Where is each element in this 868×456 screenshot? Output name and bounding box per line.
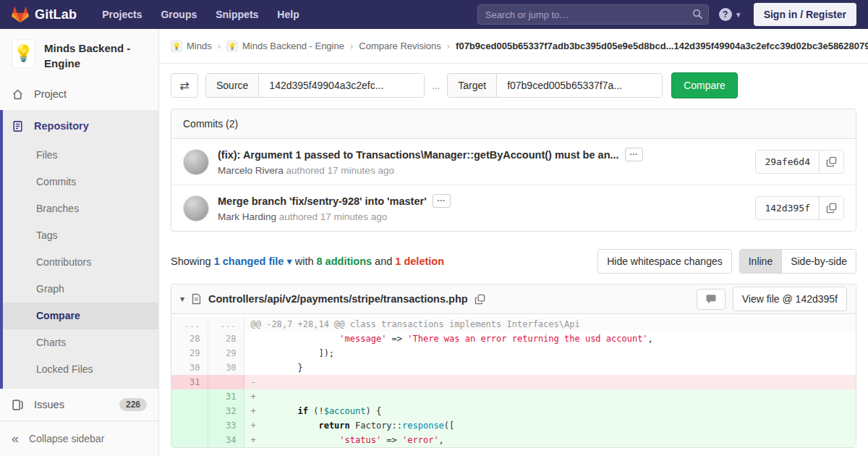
old-line-number[interactable]: ... — [171, 317, 208, 332]
target-group: Target f07b9ced005b65337f7a... — [447, 73, 663, 98]
view-file-button[interactable]: View file @ 142d395f — [733, 287, 847, 311]
copy-sha-button[interactable] — [819, 197, 843, 219]
logo-text: GitLab — [35, 7, 77, 22]
old-line-number[interactable] — [171, 389, 208, 404]
compare-button[interactable]: Compare — [671, 72, 738, 98]
commit-title[interactable]: (fix): Argument 1 passed to Transactions… — [218, 149, 619, 161]
copy-path-icon[interactable] — [475, 294, 485, 305]
file-icon — [191, 293, 202, 305]
commit-author-avatar[interactable] — [183, 195, 209, 221]
side-by-side-view-button[interactable]: Side-by-side — [781, 250, 856, 273]
nav-item-help[interactable]: Help — [269, 4, 307, 25]
commit-sha-group: 142d395f — [755, 196, 844, 220]
sidebar-item-branches[interactable]: Branches — [3, 195, 158, 222]
commit-author-avatar[interactable] — [183, 149, 209, 175]
diff-line-code: } — [244, 360, 856, 375]
comment-icon — [705, 294, 717, 305]
new-line-number[interactable]: 31 — [208, 389, 244, 404]
new-line-number[interactable]: 30 — [208, 360, 244, 375]
copy-sha-button[interactable] — [819, 151, 843, 173]
sidebar-item-graph[interactable]: Graph — [3, 276, 158, 303]
sidebar-item-issues[interactable]: Issues 226 — [0, 389, 158, 421]
issues-icon — [12, 399, 24, 411]
sidebar-item-contributors[interactable]: Contributors — [3, 249, 158, 276]
nav-item-projects[interactable]: Projects — [94, 4, 150, 25]
new-line-number[interactable]: 28 — [208, 332, 244, 346]
diff-file-header: ▾ Controllers/api/v2/payments/stripe/tra… — [171, 284, 856, 314]
new-line-number[interactable]: 33 — [208, 418, 244, 433]
search-input[interactable] — [477, 4, 709, 25]
diff-summary-row: Showing 1 changed file ▾ with 8 addition… — [171, 249, 856, 274]
target-revision-dropdown[interactable]: f07b9ced005b65337f7a... — [497, 74, 662, 97]
expand-commit-message-button[interactable]: ··· — [625, 148, 643, 161]
top-navbar: GitLab ProjectsGroupsSnippetsHelp ? ▼ Si… — [0, 0, 868, 29]
diff-line-add: 33+ return Factory::response([ — [171, 418, 856, 433]
gitlab-logo[interactable]: GitLab — [12, 7, 77, 23]
showing-label: Showing — [171, 256, 211, 267]
old-line-number[interactable] — [171, 433, 208, 447]
collapse-diff-icon[interactable]: ▾ — [180, 294, 184, 304]
new-line-number[interactable] — [208, 375, 244, 389]
project-avatar: 💡 — [12, 39, 35, 68]
new-line-number[interactable]: 32 — [208, 404, 244, 418]
breadcrumb-link[interactable]: Compare Revisions — [359, 41, 441, 51]
source-revision-dropdown[interactable]: 142d395f49904a3c2efc... — [259, 74, 424, 97]
sidebar-item-label: Issues — [34, 399, 64, 410]
nav-item-groups[interactable]: Groups — [153, 4, 205, 25]
old-line-number[interactable] — [171, 418, 208, 433]
old-line-number[interactable]: 29 — [171, 346, 208, 360]
project-context-header[interactable]: 💡 Minds Backend - Engine — [0, 29, 158, 78]
search-icon — [692, 9, 703, 20]
source-label: Source — [206, 74, 259, 97]
target-label: Target — [448, 74, 497, 97]
changed-files-dropdown[interactable]: 1 changed file ▾ — [214, 256, 292, 267]
breadcrumb-link[interactable]: 💡Minds — [171, 41, 212, 52]
commit-sha[interactable]: 29afe6d4 — [756, 151, 819, 173]
new-line-number[interactable]: 34 — [208, 433, 244, 447]
sidebar-item-files[interactable]: Files — [3, 142, 158, 169]
diff-line-code: - — [244, 375, 856, 389]
diff-file-path[interactable]: Controllers/api/v2/payments/stripe/trans… — [208, 293, 468, 305]
diff-line-add: 32+ if (!$account) { — [171, 404, 856, 418]
collapse-sidebar-button[interactable]: « Collapse sidebar — [0, 421, 158, 456]
sign-in-button[interactable]: Sign in / Register — [754, 3, 856, 26]
help-menu[interactable]: ? ▼ — [719, 8, 742, 21]
global-search — [477, 4, 709, 25]
commit-author[interactable]: Mark Harding — [218, 211, 276, 222]
breadcrumb-link[interactable]: 💡Minds Backend - Engine — [226, 41, 344, 52]
expand-commit-message-button[interactable]: ··· — [433, 194, 451, 208]
sidebar-item-commits[interactable]: Commits — [3, 169, 158, 195]
new-line-number[interactable]: 29 — [208, 346, 244, 360]
sidebar-item-compare[interactable]: Compare — [3, 303, 158, 329]
deletions-count: 1 deletion — [395, 256, 444, 267]
diff-line-ctx: 3030 } — [171, 360, 856, 375]
commit-title[interactable]: Merge branch 'fix/sentry-928' into 'mast… — [218, 195, 427, 207]
and-label: and — [375, 256, 392, 267]
sidebar-item-tags[interactable]: Tags — [3, 222, 158, 249]
swap-revisions-button[interactable]: ⇄ — [171, 73, 198, 98]
old-line-number[interactable]: 30 — [171, 360, 208, 375]
commits-panel: Commits (2) (fix): Argument 1 passed to … — [171, 109, 856, 232]
commit-list: (fix): Argument 1 passed to Transactions… — [171, 139, 856, 231]
hide-whitespace-button[interactable]: Hide whitespace changes — [597, 249, 732, 274]
sidebar-item-locked-files[interactable]: Locked Files — [3, 356, 158, 383]
sidebar-item-project[interactable]: Project — [0, 78, 158, 110]
commit-author[interactable]: Marcelo Rivera — [218, 165, 284, 176]
document-icon — [12, 120, 24, 132]
project-title: Minds Backend - Engine — [44, 39, 147, 71]
nav-item-snippets[interactable]: Snippets — [208, 4, 266, 25]
commit-sha[interactable]: 142d395f — [756, 197, 819, 219]
sidebar-item-repository[interactable]: Repository — [3, 110, 158, 142]
compare-form: ⇄ Source 142d395f49904a3c2efc... ... Tar… — [171, 72, 856, 98]
home-icon — [12, 88, 24, 101]
old-line-number[interactable]: 31 — [171, 375, 208, 389]
additions-count: 8 additions — [317, 256, 373, 267]
sidebar-item-label: Repository — [34, 120, 89, 132]
sidebar-item-charts[interactable]: Charts — [3, 329, 158, 356]
old-line-number[interactable]: 28 — [171, 332, 208, 346]
old-line-number[interactable] — [171, 404, 208, 418]
inline-view-button[interactable]: Inline — [740, 250, 781, 273]
new-line-number[interactable]: ... — [208, 317, 244, 332]
revision-separator: ... — [432, 80, 440, 91]
comment-button[interactable] — [697, 289, 726, 310]
